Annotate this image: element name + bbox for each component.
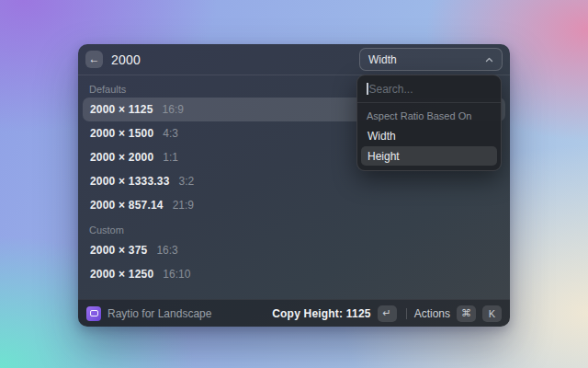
cmd-key-icon[interactable]: ⌘ bbox=[457, 305, 476, 322]
item-ratio: 21:9 bbox=[173, 199, 194, 212]
actions-button[interactable]: Actions bbox=[414, 307, 450, 320]
text-caret bbox=[367, 83, 368, 95]
raytio-app-icon bbox=[86, 306, 101, 321]
item-dimensions: 2000 × 1125 bbox=[90, 103, 153, 116]
dropdown-options: WidthHeight bbox=[357, 126, 501, 166]
dropdown-selected-value: Width bbox=[368, 53, 485, 66]
list-item[interactable]: 2000 × 1333.333:2 bbox=[83, 169, 505, 193]
item-ratio: 3:2 bbox=[179, 175, 195, 188]
app-name-label: Raytio for Landscape bbox=[107, 307, 211, 320]
dropdown-option[interactable]: Width bbox=[361, 126, 497, 145]
back-arrow-icon: ← bbox=[89, 51, 100, 68]
top-bar: ← 2000 Width bbox=[78, 44, 510, 75]
item-ratio: 16:3 bbox=[156, 244, 177, 257]
list-item[interactable]: 2000 × 857.1421:9 bbox=[83, 193, 505, 217]
item-dimensions: 2000 × 1333.33 bbox=[90, 175, 170, 188]
search-query-input[interactable]: 2000 bbox=[111, 52, 141, 67]
item-dimensions: 2000 × 2000 bbox=[90, 151, 153, 164]
enter-key-icon[interactable]: ↵ bbox=[378, 305, 397, 322]
aspect-ratio-dropdown-trigger[interactable]: Width bbox=[359, 48, 503, 71]
item-dimensions: 2000 × 857.14 bbox=[90, 199, 164, 212]
dropdown-option[interactable]: Height bbox=[361, 146, 497, 166]
primary-action-label[interactable]: Copy Height: 1125 bbox=[272, 307, 370, 320]
search-placeholder: Search... bbox=[369, 83, 413, 96]
k-key-icon[interactable]: K bbox=[482, 305, 502, 322]
item-dimensions: 2000 × 1250 bbox=[90, 268, 153, 281]
item-ratio: 16:10 bbox=[163, 268, 190, 281]
footer-divider bbox=[406, 308, 407, 319]
dropdown-panel: Search... Aspect Ratio Based On WidthHei… bbox=[356, 75, 502, 171]
item-ratio: 16:9 bbox=[163, 103, 184, 116]
item-ratio: 4:3 bbox=[163, 127, 178, 140]
section-header: Custom bbox=[78, 222, 510, 238]
raycast-window: ← 2000 Width Defaults2000 × 112516:92000… bbox=[78, 44, 510, 327]
item-dimensions: 2000 × 1500 bbox=[90, 127, 153, 140]
item-dimensions: 2000 × 375 bbox=[90, 244, 147, 257]
list-item[interactable]: 2000 × 37516:3 bbox=[83, 238, 505, 262]
dropdown-search-input[interactable]: Search... bbox=[357, 75, 501, 102]
dropdown-section-label: Aspect Ratio Based On bbox=[357, 103, 501, 126]
back-button[interactable]: ← bbox=[85, 51, 103, 68]
chevron-up-icon bbox=[485, 57, 493, 63]
footer-bar: Raytio for Landscape Copy Height: 1125 ↵… bbox=[78, 299, 510, 327]
list-item[interactable]: 2000 × 125016:10 bbox=[83, 262, 505, 286]
item-ratio: 1:1 bbox=[163, 151, 178, 164]
